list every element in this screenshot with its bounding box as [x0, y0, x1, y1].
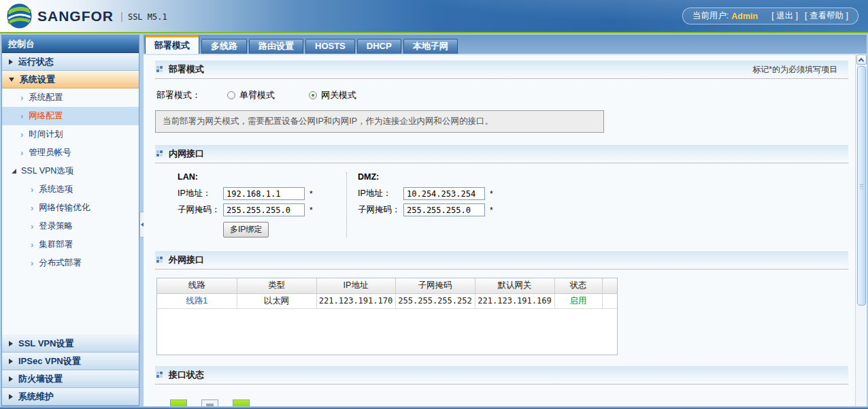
lan-mask-label: 子网掩码：	[178, 204, 223, 216]
logout-link[interactable]: [ 退出 ]	[771, 10, 798, 22]
col-status: 状态	[554, 278, 602, 293]
sidebar-item-label: SSL VPN选项	[21, 165, 73, 177]
chevron-icon	[31, 240, 39, 250]
sidebar-group-ssl-vpn-options[interactable]: SSL VPN选项	[2, 162, 139, 180]
scrollbar-thumb[interactable]	[857, 66, 866, 306]
line-mask: 255.255.255.252	[395, 293, 475, 308]
sidebar-item-label: 管理员帐号	[29, 147, 71, 159]
sidebar-item-ssl-vpn-settings[interactable]: SSL VPN设置	[2, 335, 139, 353]
col-gateway: 默认网关	[475, 278, 554, 293]
chevron-icon	[20, 111, 29, 121]
col-type: 类型	[237, 278, 316, 293]
radio-label: 单臂模式	[239, 89, 275, 101]
tab-deploy-mode[interactable]: 部署模式	[145, 35, 199, 54]
sidebar-item-cluster-deploy[interactable]: 集群部署	[2, 235, 139, 254]
collapsed-arrow-icon	[9, 341, 13, 346]
brand-name: SANGFOR	[37, 8, 114, 24]
tab-hosts[interactable]: HOSTS	[305, 39, 355, 54]
vertical-scrollbar[interactable]	[855, 54, 867, 406]
sidebar-item-network-config[interactable]: 网络配置	[2, 107, 139, 125]
dmz-ip-label: IP地址：	[358, 188, 403, 199]
current-user-label: 当前用户:	[692, 10, 729, 22]
sidebar-bottom-group: SSL VPN设置 IPSec VPN设置 防火墙设置 系统维护	[2, 335, 139, 406]
radio-icon[interactable]	[227, 91, 235, 99]
wan-lines-table: 线路 类型 IP地址 子网掩码 默认网关 状态 线路1	[156, 278, 618, 355]
sidebar-item-system-settings[interactable]: 系统设置	[2, 71, 139, 88]
lan-dmz-columns: LAN: IP地址： * 子网掩码： * 多IP绑定	[178, 172, 848, 238]
sidebar-item-system-options[interactable]: 系统选项	[2, 180, 139, 199]
multi-ip-bind-button[interactable]: 多IP绑定	[223, 222, 269, 238]
help-link[interactable]: [ 查看帮助 ]	[805, 10, 848, 22]
lan-mask-input[interactable]	[223, 203, 305, 216]
window-bottom-edge	[0, 406, 868, 409]
chevron-up-icon	[858, 58, 864, 63]
radio-single-arm-mode[interactable]: 单臂模式	[227, 89, 275, 101]
tab-dhcp[interactable]: DHCP	[357, 39, 401, 54]
content-area: 部署模式 标记*的为必须填写项目 部署模式： 单臂模式 网关模式 当前部署为网关…	[144, 54, 855, 406]
dmz-column: DMZ: IP地址： * 子网掩码： *	[346, 172, 527, 238]
collapsed-arrow-icon	[9, 376, 13, 382]
sidebar-item-label: 系统维护	[18, 391, 54, 403]
sidebar: 控制台 运行状态 系统设置 系统配置 网络配置 时间计划 管理员帐号 SSL V	[1, 35, 139, 406]
required-asterisk: *	[310, 189, 313, 199]
tab-local-subnet[interactable]: 本地子网	[403, 39, 458, 54]
section-bullet-icon	[156, 369, 163, 381]
sidebar-item-firewall-settings[interactable]: 防火墙设置	[2, 370, 139, 388]
sidebar-item-ipsec-vpn-settings[interactable]: IPSec VPN设置	[2, 353, 139, 370]
scroll-up-button[interactable]	[856, 54, 867, 65]
sidebar-item-system-config[interactable]: 系统配置	[2, 88, 139, 107]
chevron-icon	[20, 93, 29, 103]
expanded-arrow-icon	[9, 78, 14, 82]
sidebar-item-network-optimization[interactable]: 网络传输优化	[2, 199, 139, 217]
radio-checked-icon[interactable]	[309, 91, 317, 99]
tab-strip: 部署模式 多线路 路由设置 HOSTS DHCP 本地子网	[144, 35, 867, 54]
sidebar-item-distributed-deploy[interactable]: 分布式部署	[2, 254, 139, 272]
sidebar-item-running-status[interactable]: 运行状态	[2, 53, 139, 71]
radio-gateway-mode[interactable]: 网关模式	[309, 89, 356, 101]
col-ip: IP地址	[316, 278, 395, 293]
deploy-mode-row: 部署模式： 单臂模式 网关模式	[156, 89, 848, 101]
chevron-icon	[20, 148, 29, 158]
required-asterisk: *	[490, 189, 493, 199]
col-filler	[602, 278, 617, 293]
sidebar-item-schedule[interactable]: 时间计划	[2, 125, 139, 144]
line-gateway: 221.123.191.169	[475, 293, 554, 308]
collapsed-arrow-icon	[9, 359, 13, 364]
section-header-deploy-mode: 部署模式 标记*的为必须填写项目	[155, 61, 848, 79]
sidebar-title: 控制台	[2, 35, 139, 53]
collapsed-arrow-icon	[9, 394, 13, 399]
dmz-mask-input[interactable]	[403, 203, 485, 216]
chevron-icon	[31, 221, 39, 231]
expanded-corner-icon	[12, 169, 16, 174]
sidebar-item-login-policy[interactable]: 登录策略	[2, 217, 139, 235]
nic-port-up-icon	[170, 399, 187, 406]
sidebar-item-label: 运行状态	[18, 56, 54, 68]
tab-routing[interactable]: 路由设置	[249, 39, 303, 54]
interface-status-icons	[170, 399, 848, 406]
section-title: 外网接口	[169, 254, 204, 266]
nic-port-down-icon	[201, 399, 218, 406]
col-mask: 子网掩码	[395, 278, 475, 293]
sidebar-item-admin-account[interactable]: 管理员帐号	[2, 144, 139, 162]
product-version: SSL M5.1	[128, 12, 167, 22]
lan-title: LAN:	[178, 172, 346, 182]
section-bullet-icon	[156, 148, 163, 160]
section-header-iface-status: 接口状态	[155, 366, 848, 385]
top-banner: SANGFOR | SSL M5.1 当前用户: Admin [ 退出 ] [ …	[0, 0, 868, 32]
sidebar-item-label: 网络配置	[29, 110, 63, 122]
tab-multiline[interactable]: 多线路	[201, 39, 247, 54]
chevron-icon	[31, 203, 39, 213]
sidebar-item-label: 防火墙设置	[18, 373, 63, 385]
lan-ip-input[interactable]	[223, 187, 305, 200]
line-ip: 221.123.191.170	[316, 293, 395, 308]
line-name-link[interactable]: 线路1	[157, 293, 237, 308]
section-title: 内网接口	[169, 148, 204, 160]
sidebar-item-label: SSL VPN设置	[18, 338, 73, 350]
required-asterisk: *	[490, 206, 493, 215]
sidebar-item-label: 登录策略	[39, 220, 73, 232]
sidebar-item-system-maintenance[interactable]: 系统维护	[2, 388, 139, 406]
lan-column: LAN: IP地址： * 子网掩码： * 多IP绑定	[178, 172, 346, 238]
dmz-ip-input[interactable]	[403, 187, 485, 200]
required-fields-note: 标记*的为必须填写项目	[752, 64, 848, 76]
lan-ip-label: IP地址：	[178, 188, 223, 199]
